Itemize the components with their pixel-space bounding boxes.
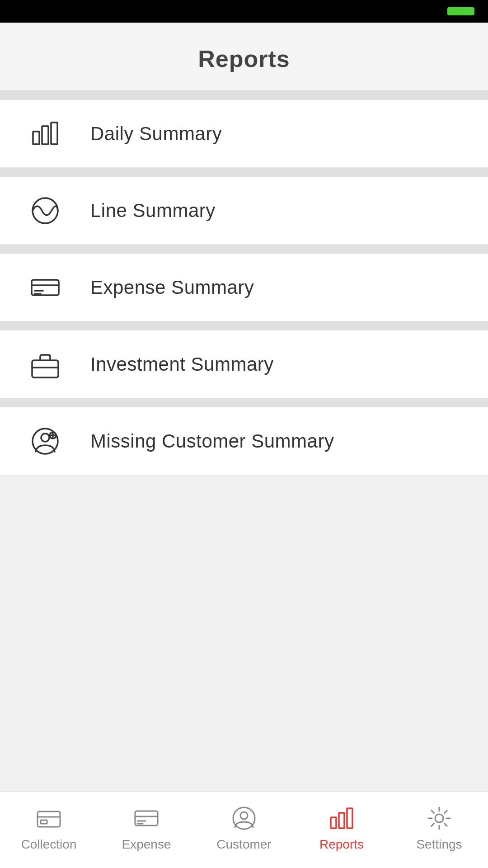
missing-customer-summary-item[interactable]: Missing Customer Summary [0,407,488,475]
customer-icon [230,803,259,833]
line-summary-label: Line Summary [90,200,216,222]
daily-summary-item[interactable]: Daily Summary [0,100,488,168]
svg-rect-17 [41,820,47,824]
settings-nav-label: Settings [416,837,462,852]
svg-rect-0 [33,132,39,144]
bar-chart-icon [27,116,63,152]
divider-top [0,91,488,100]
svg-rect-15 [38,811,60,827]
svg-point-22 [233,807,255,829]
nav-item-expense[interactable]: Expense [98,796,195,859]
users-icon [27,423,63,459]
divider-3 [0,321,488,330]
svg-rect-26 [347,808,352,828]
svg-rect-24 [331,817,336,828]
daily-summary-label: Daily Summary [90,123,222,145]
investment-summary-label: Investment Summary [90,354,274,375]
expense-nav-label: Expense [122,837,171,852]
nav-item-reports[interactable]: Reports [293,796,390,859]
expense-summary-item[interactable]: Expense Summary [0,254,488,321]
collection-nav-label: Collection [21,837,77,852]
bottom-navigation: Collection Expense Customer [0,791,488,868]
svg-rect-25 [339,813,344,828]
menu-list: Daily Summary Line Summary [0,100,488,475]
reports-icon [327,803,357,833]
svg-point-3 [33,198,58,223]
svg-point-27 [435,814,443,822]
svg-rect-2 [51,123,57,144]
expense-icon [132,803,161,833]
divider-4 [0,398,488,407]
content-area: Reports Daily Summary [0,23,488,791]
svg-point-11 [41,434,49,442]
nav-item-collection[interactable]: Collection [0,796,98,859]
header: Reports [0,23,488,91]
nav-item-settings[interactable]: Settings [390,796,488,859]
investment-summary-item[interactable]: Investment Summary [0,330,488,398]
nav-item-customer[interactable]: Customer [195,796,293,859]
svg-rect-1 [42,126,48,144]
collection-icon [34,803,64,833]
status-bar [0,0,488,23]
divider-1 [0,168,488,177]
settings-icon [425,803,454,833]
reports-nav-label: Reports [319,837,364,852]
customer-nav-label: Customer [216,837,271,852]
card-icon [27,269,63,306]
divider-2 [0,245,488,254]
wave-icon [27,193,63,229]
svg-rect-8 [32,360,58,377]
briefcase-icon [27,346,63,382]
svg-point-23 [240,812,248,819]
line-summary-item[interactable]: Line Summary [0,177,488,245]
battery-indicator [447,7,474,15]
page-title: Reports [0,45,488,72]
missing-customer-summary-label: Missing Customer Summary [90,430,334,452]
expense-summary-label: Expense Summary [90,277,254,298]
svg-rect-4 [32,280,59,295]
